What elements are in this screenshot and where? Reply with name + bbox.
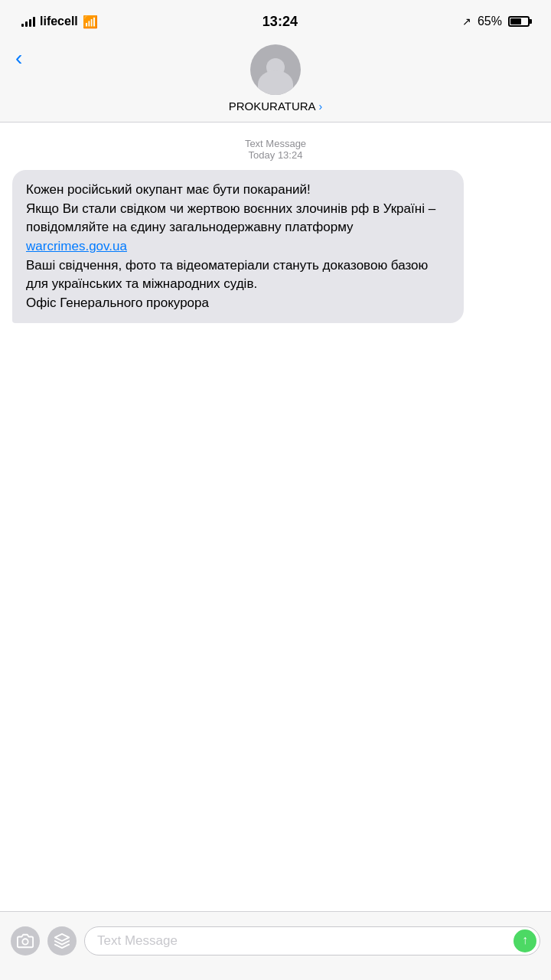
text-input-container[interactable]: Text Message ↑ bbox=[84, 926, 540, 956]
bottom-bar: Text Message ↑ bbox=[0, 911, 551, 980]
send-arrow-icon: ↑ bbox=[522, 934, 528, 946]
appstore-button[interactable] bbox=[47, 926, 77, 956]
messages-area: Text Message Today 13:24 Кожен російськи… bbox=[0, 122, 551, 896]
location-icon: ↗ bbox=[462, 15, 471, 28]
signal-bars bbox=[21, 16, 35, 27]
contact-chevron: › bbox=[319, 100, 323, 113]
svg-point-0 bbox=[22, 939, 28, 944]
message-link[interactable]: warcrimes.gov.ua bbox=[26, 239, 127, 253]
text-input-placeholder: Text Message bbox=[97, 933, 178, 949]
battery-indicator bbox=[508, 16, 530, 27]
camera-button[interactable] bbox=[11, 926, 40, 956]
message-bubble: Кожен російський окупант має бути покара… bbox=[12, 170, 464, 323]
send-button[interactable]: ↑ bbox=[514, 929, 536, 952]
appstore-icon bbox=[54, 933, 70, 949]
wifi-icon: 📶 bbox=[83, 15, 98, 29]
message-meta: Text Message Today 13:24 bbox=[12, 138, 539, 161]
nav-bar: ‹ PROKURATURA › bbox=[0, 38, 551, 122]
battery-percent: 65% bbox=[478, 15, 502, 28]
status-left: lifecell 📶 bbox=[21, 15, 98, 29]
status-bar: lifecell 📶 13:24 ↗ 65% bbox=[0, 0, 551, 38]
status-right: ↗ 65% bbox=[462, 15, 530, 28]
message-type-label: Text Message bbox=[12, 138, 539, 149]
message-text: Кожен російський окупант має бути покара… bbox=[26, 181, 450, 312]
back-button[interactable]: ‹ bbox=[15, 46, 22, 70]
contact-name-label: PROKURATURA bbox=[229, 100, 316, 113]
message-time-label: Today 13:24 bbox=[12, 149, 539, 161]
camera-icon bbox=[17, 933, 34, 949]
contact-name-row[interactable]: PROKURATURA › bbox=[229, 100, 323, 113]
time-display: 13:24 bbox=[262, 14, 298, 30]
avatar[interactable] bbox=[250, 44, 301, 95]
carrier-label: lifecell bbox=[40, 15, 78, 28]
